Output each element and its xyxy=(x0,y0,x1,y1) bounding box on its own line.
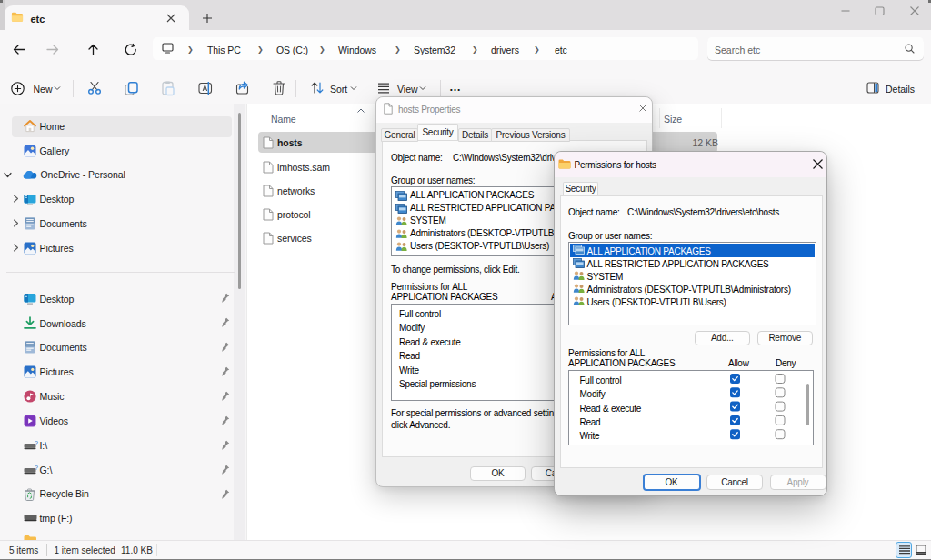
svg-text:?: ? xyxy=(35,465,38,471)
svg-text:?: ? xyxy=(35,440,38,446)
